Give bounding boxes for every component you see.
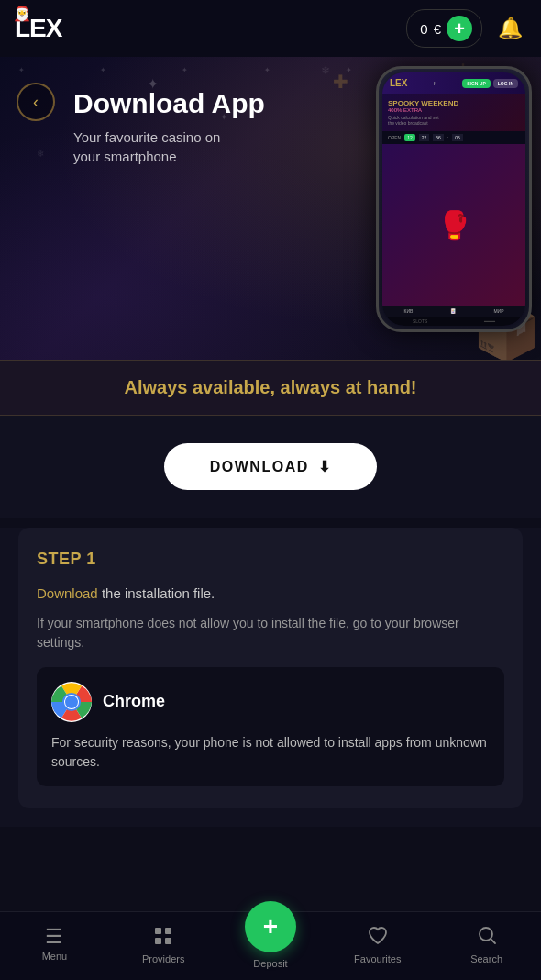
deposit-label: Deposit xyxy=(253,958,287,969)
nav-deposit-container: + Deposit xyxy=(245,919,296,969)
step1-instruction: Download the installation file. xyxy=(37,584,504,605)
search-icon xyxy=(476,924,498,950)
back-button[interactable]: ‹ xyxy=(17,83,55,121)
bottom-nav: ☰ Menu Providers + Deposit Favourites xyxy=(0,911,541,980)
favourites-icon xyxy=(367,924,389,950)
balance-button[interactable]: 0 € + xyxy=(406,9,482,48)
svg-rect-4 xyxy=(155,928,161,934)
add-funds-button[interactable]: + xyxy=(447,16,472,41)
deposit-icon: + xyxy=(263,912,278,941)
chrome-icon xyxy=(51,682,92,722)
chrome-box: Chrome For security reasons, your phone … xyxy=(37,667,504,786)
hero-banner: ✦ ✦ ❄ ❄ ✚ ✚ ‹ Download App Your favourit… xyxy=(0,57,541,360)
step1-card: STEP 1 Download the installation file. I… xyxy=(18,528,523,808)
tagline-band: Always available, always at hand! xyxy=(0,360,541,416)
notifications-button[interactable]: 🔔 xyxy=(493,12,526,45)
svg-rect-7 xyxy=(165,938,171,944)
download-icon: ⬇ xyxy=(318,458,332,475)
nav-providers[interactable]: Providers xyxy=(136,925,191,964)
page-content: ✦ ✦ ❄ ❄ ✚ ✚ ‹ Download App Your favourit… xyxy=(0,57,541,900)
download-button[interactable]: DOWNLOAD ⬇ xyxy=(164,443,377,490)
svg-rect-6 xyxy=(155,938,161,944)
svg-rect-5 xyxy=(165,928,171,934)
nav-favourites[interactable]: Favourites xyxy=(350,924,405,964)
tagline-text: Always available, always at hand! xyxy=(18,377,523,398)
step1-label: STEP 1 xyxy=(37,550,504,569)
providers-icon xyxy=(152,925,174,950)
phone-mockup: LEX 🏳 SIGN UP LOG IN SPOOKY WEEKEND 400%… xyxy=(358,66,541,341)
download-label: DOWNLOAD xyxy=(210,459,309,475)
nav-search[interactable]: Search xyxy=(459,924,514,964)
header: 🎅 LEX 0 € + 🔔 xyxy=(0,0,541,57)
svg-point-3 xyxy=(65,696,78,708)
balance-amount: 0 xyxy=(420,21,427,37)
steps-section: STEP 1 Download the installation file. I… xyxy=(0,528,541,827)
phone-outer: LEX 🏳 SIGN UP LOG IN SPOOKY WEEKEND 400%… xyxy=(376,66,532,332)
menu-icon: ☰ xyxy=(45,927,63,947)
favourites-label: Favourites xyxy=(354,953,401,964)
logo-text: 🎅 LEX xyxy=(15,14,61,43)
logo[interactable]: 🎅 LEX xyxy=(15,14,61,43)
nav-menu[interactable]: ☰ Menu xyxy=(27,927,82,962)
search-label: Search xyxy=(470,953,502,964)
chrome-name: Chrome xyxy=(103,692,165,711)
chrome-message: For security reasons, your phone is not … xyxy=(51,733,490,772)
menu-label: Menu xyxy=(42,951,68,962)
step1-download-link[interactable]: Download xyxy=(37,585,98,601)
header-right: 0 € + 🔔 xyxy=(406,9,526,48)
download-section: DOWNLOAD ⬇ xyxy=(0,416,541,518)
providers-label: Providers xyxy=(142,953,184,964)
phone-screen: LEX 🏳 SIGN UP LOG IN SPOOKY WEEKEND 400%… xyxy=(382,72,525,326)
chrome-header: Chrome xyxy=(51,682,490,722)
step1-note: If your smartphone does not allow you to… xyxy=(37,614,504,652)
balance-currency: € xyxy=(434,21,441,37)
deposit-button[interactable]: + xyxy=(245,901,296,952)
